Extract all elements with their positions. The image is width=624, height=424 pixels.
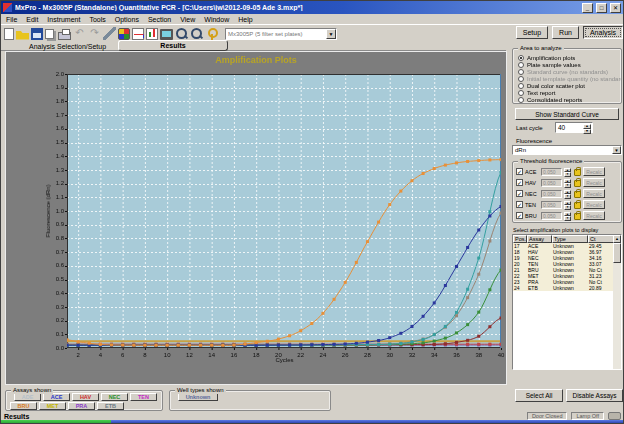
- table-scrollbar[interactable]: ▲: [613, 235, 621, 369]
- threshold-value-field[interactable]: 0.050: [541, 212, 562, 220]
- assay-chip-bru[interactable]: BRU: [10, 402, 37, 410]
- inject-icon[interactable]: [103, 27, 116, 40]
- thermal-profile-icon[interactable]: [132, 28, 144, 40]
- show-standard-curve-button[interactable]: Show Standard Curve: [515, 108, 619, 120]
- ten-checkbox[interactable]: ✓: [516, 201, 523, 208]
- table-cell: 24: [513, 285, 527, 291]
- menu-tools[interactable]: Tools: [89, 16, 105, 23]
- menu-options[interactable]: Options: [115, 16, 139, 23]
- print-icon[interactable]: [58, 32, 71, 40]
- radio-amplification-plots[interactable]: Amplification plots: [513, 54, 621, 61]
- well-type-chip-unknown[interactable]: Unknown: [178, 393, 218, 401]
- spin-down-icon[interactable]: ▼: [564, 205, 571, 210]
- close-button[interactable]: ✕: [610, 3, 621, 13]
- plate-type-selector[interactable]: Mx3005P (5 filter set plates) ▼: [225, 28, 337, 40]
- threshold-value-field[interactable]: 0.050: [541, 179, 562, 187]
- fluorescence-selector[interactable]: dRn ▼: [512, 145, 622, 155]
- column-header-type[interactable]: Type: [552, 235, 588, 243]
- zoom-in-icon[interactable]: [175, 27, 188, 40]
- save-icon[interactable]: [31, 28, 43, 40]
- chevron-down-icon[interactable]: ▼: [612, 146, 621, 154]
- spin-down-icon[interactable]: ▼: [564, 194, 571, 199]
- open-folder-icon[interactable]: [16, 30, 29, 40]
- minimize-button[interactable]: _: [582, 3, 593, 13]
- threshold-stepper[interactable]: ▲▼: [564, 212, 571, 220]
- table-cell: Unknown: [552, 285, 588, 291]
- threshold-stepper[interactable]: ▲▼: [564, 201, 571, 209]
- select-all-button[interactable]: Select All: [515, 389, 563, 402]
- setup-button[interactable]: Setup: [516, 26, 548, 39]
- tab-results[interactable]: Results: [118, 40, 228, 51]
- chevron-down-icon[interactable]: ▼: [326, 29, 336, 39]
- menu-window[interactable]: Window: [204, 16, 229, 23]
- zoom-out-icon[interactable]: [190, 27, 203, 40]
- radio-dual-color-scatter-plot[interactable]: Dual color scatter plot: [513, 82, 621, 89]
- assay-chip-pra[interactable]: PRA: [68, 402, 95, 410]
- plate-setup-icon[interactable]: [118, 28, 130, 40]
- assay-chip-ade[interactable]: ADE: [14, 393, 41, 401]
- tab-analysis-selection-setup[interactable]: Analysis Selection/Setup: [29, 43, 106, 50]
- threshold-value-field[interactable]: 0.050: [541, 190, 562, 198]
- radio-text-report[interactable]: Text report: [513, 89, 621, 96]
- assay-chip-ten[interactable]: TEN: [130, 393, 157, 401]
- hav-checkbox[interactable]: ✓: [516, 179, 523, 186]
- menu-section[interactable]: Section: [148, 16, 171, 23]
- last-cycle-input[interactable]: 40 ▲▼: [555, 122, 593, 133]
- spin-down-icon[interactable]: ▼: [564, 216, 571, 221]
- amplification-plots-table[interactable]: Pos.AssayTypeCt17ACEUnknown29.4518HAVUnk…: [512, 234, 622, 370]
- table-row[interactable]: 24ETBUnknown20.89: [513, 285, 621, 291]
- monitor-icon[interactable]: [160, 29, 173, 40]
- wizard-key-icon[interactable]: [205, 27, 218, 40]
- ace-checkbox[interactable]: ✓: [516, 168, 523, 175]
- assay-chip-ace[interactable]: ACE: [43, 393, 70, 401]
- assay-chip-nec[interactable]: NEC: [101, 393, 128, 401]
- menu-file[interactable]: File: [6, 16, 17, 23]
- spin-down-icon[interactable]: ▼: [583, 129, 591, 134]
- menu-help[interactable]: Help: [238, 16, 252, 23]
- bru-checkbox[interactable]: ✓: [516, 212, 523, 219]
- recalc-button[interactable]: Recalc: [583, 211, 605, 220]
- spin-down-icon[interactable]: ▼: [564, 172, 571, 177]
- threshold-value-field[interactable]: 0.050: [541, 201, 562, 209]
- nec-checkbox[interactable]: ✓: [516, 190, 523, 197]
- assay-chip-hav[interactable]: HAV: [72, 393, 99, 401]
- menu-view[interactable]: View: [180, 16, 195, 23]
- assay-chip-met[interactable]: MET: [39, 402, 66, 410]
- radio-consolidated-reports[interactable]: Consolidated reports: [513, 96, 621, 103]
- window-title: MxPro - Mx3005P (Standalone) Quantitativ…: [15, 4, 579, 11]
- threshold-stepper[interactable]: ▲▼: [564, 190, 571, 198]
- chart-icon[interactable]: [146, 28, 158, 40]
- menu-instrument[interactable]: Instrument: [47, 16, 80, 23]
- lock-icon: [574, 169, 581, 176]
- spin-down-icon[interactable]: ▼: [564, 183, 571, 188]
- column-header-assay[interactable]: Assay: [527, 235, 552, 243]
- threshold-row-ace: ✓ACE0.050▲▼Recalc: [513, 166, 621, 177]
- threshold-value-field[interactable]: 0.050: [541, 168, 562, 176]
- maximize-button[interactable]: □: [596, 3, 607, 13]
- undo-icon[interactable]: ↶: [73, 27, 86, 40]
- threshold-stepper[interactable]: ▲▼: [564, 168, 571, 176]
- redo-icon[interactable]: ↷: [88, 27, 101, 40]
- disable-assays-button[interactable]: Disable Assays: [566, 389, 623, 402]
- recalc-button[interactable]: Recalc: [583, 178, 605, 187]
- amplification-plot-canvas[interactable]: [6, 52, 506, 384]
- run-button[interactable]: Run: [552, 26, 579, 39]
- analysis-button[interactable]: Analysis: [583, 26, 623, 39]
- recalc-button[interactable]: Recalc: [583, 189, 605, 198]
- recalc-button[interactable]: Recalc: [583, 167, 605, 176]
- threshold-assay-label: HAV: [525, 180, 539, 186]
- recalc-button[interactable]: Recalc: [583, 200, 605, 209]
- copy-icon[interactable]: [45, 29, 54, 39]
- scroll-up-icon[interactable]: ▲: [613, 235, 621, 243]
- group-label: Assays shown: [11, 387, 53, 394]
- last-cycle-stepper[interactable]: ▲▼: [583, 124, 591, 132]
- threshold-stepper[interactable]: ▲▼: [564, 179, 571, 187]
- scrollbar-thumb[interactable]: [613, 243, 621, 263]
- menu-edit[interactable]: Edit: [26, 16, 38, 23]
- lock-icon: [574, 180, 581, 187]
- column-header-pos[interactable]: Pos.: [513, 235, 527, 243]
- column-header-ct[interactable]: Ct: [588, 235, 615, 243]
- assay-chip-etb[interactable]: ETB: [97, 402, 124, 410]
- radio-plate-sample-values[interactable]: Plate sample values: [513, 61, 621, 68]
- new-document-icon[interactable]: [4, 28, 14, 40]
